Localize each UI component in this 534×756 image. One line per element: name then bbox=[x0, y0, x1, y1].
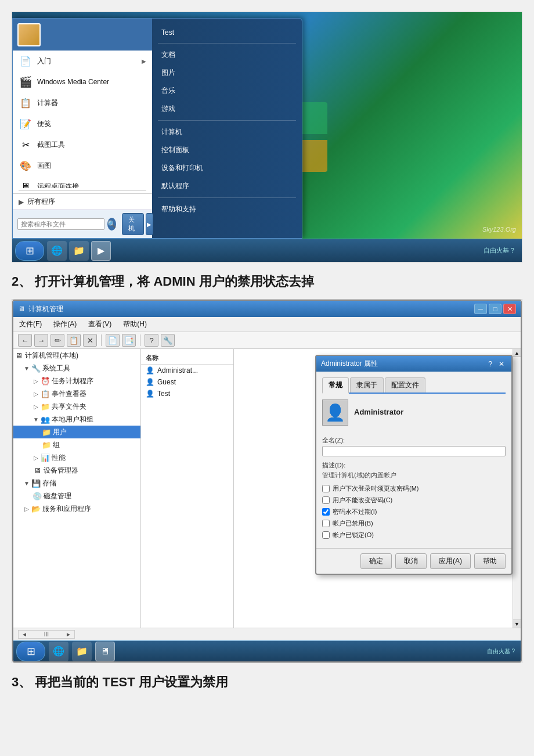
tb-help[interactable]: ? bbox=[145, 334, 158, 347]
snip-icon: ✂ bbox=[19, 138, 33, 152]
menu-item-paint[interactable]: 🎨 画图 bbox=[13, 155, 152, 176]
tb-edit[interactable]: ✏ bbox=[50, 334, 64, 347]
btn-help[interactable]: 帮助 bbox=[474, 553, 506, 569]
system-tools-expand[interactable]: ▼ bbox=[23, 364, 31, 372]
watermark: Sky123.Org bbox=[482, 226, 516, 233]
scroll-down-btn[interactable]: ▼ bbox=[513, 620, 521, 628]
middle-item-test[interactable]: 👤 Test bbox=[141, 388, 233, 399]
tree-device-mgr[interactable]: 🖥 设备管理器 bbox=[13, 464, 140, 477]
start-button[interactable]: ⊞ bbox=[15, 241, 44, 261]
tree-root[interactable]: 🖥 计算机管理(本地) bbox=[13, 349, 140, 362]
right-item-controlpanel[interactable]: 控制面板 bbox=[152, 141, 302, 159]
checkbox-cannot-change-pwd[interactable] bbox=[322, 496, 330, 504]
stor-expand[interactable]: ▼ bbox=[23, 479, 31, 487]
maximize-button[interactable]: □ bbox=[489, 304, 501, 314]
lu-expand[interactable]: ▼ bbox=[32, 415, 40, 423]
tree-users[interactable]: 📁 用户 bbox=[13, 426, 140, 438]
menu-action[interactable]: 操作(A) bbox=[50, 318, 80, 330]
right-item-devices[interactable]: 设备和打印机 bbox=[152, 159, 302, 177]
tree-event-viewer[interactable]: ▷ 📋 事件查看器 bbox=[13, 387, 140, 400]
btn-ok[interactable]: 确定 bbox=[360, 553, 392, 569]
status-scroll-bar[interactable]: ◄ III ► bbox=[18, 630, 75, 639]
right-item-help[interactable]: 帮助和支持 bbox=[152, 200, 302, 218]
tb-back[interactable]: ← bbox=[18, 334, 32, 347]
all-programs-item[interactable]: ▶ 所有程序 bbox=[13, 193, 152, 210]
taskbar-explorer-button[interactable]: 📁 bbox=[69, 241, 89, 261]
search-button[interactable]: 🔍 bbox=[107, 218, 116, 231]
right-item-music[interactable]: 音乐 bbox=[152, 82, 302, 100]
admin-icon: 👤 bbox=[146, 366, 154, 375]
menu-view[interactable]: 查看(V) bbox=[85, 318, 114, 330]
comp-mgmt-window: 🖥 计算机管理 ─ □ ✕ 文件(F) 操作(A) 查看(V) 帮助(H) ← … bbox=[12, 300, 522, 663]
checkbox-row-3: 帐户已禁用(B) bbox=[322, 519, 506, 528]
tab-member-of[interactable]: 隶属于 bbox=[350, 377, 384, 393]
checkbox-account-disabled[interactable] bbox=[322, 520, 330, 527]
menu-help[interactable]: 帮助(H) bbox=[120, 318, 150, 330]
status-bar: ◄ III ► bbox=[13, 628, 521, 640]
left-panel[interactable]: 🖥 计算机管理(本地) ▼ 🔧 系统工具 ▷ ⏰ 任务计划程序 bbox=[13, 349, 141, 628]
menu-item-rumen[interactable]: 📄 入门 ▶ bbox=[13, 51, 152, 71]
minimize-button[interactable]: ─ bbox=[474, 304, 487, 314]
right-item-games[interactable]: 游戏 bbox=[152, 100, 302, 118]
checkbox-must-change-pwd[interactable] bbox=[322, 485, 330, 492]
tb-forward[interactable]: → bbox=[34, 334, 48, 347]
perf-expand[interactable]: ▷ bbox=[32, 453, 40, 462]
menu-item-notes[interactable]: 📝 便笺 bbox=[13, 113, 152, 134]
tree-groups[interactable]: 📁 组 bbox=[13, 438, 140, 451]
search-input[interactable] bbox=[17, 218, 104, 230]
cm-taskbar-mgmt[interactable]: 🖥 bbox=[95, 642, 115, 661]
tb-delete[interactable]: ✕ bbox=[83, 334, 97, 347]
btn-apply[interactable]: 应用(A) bbox=[430, 553, 471, 569]
ev-expand[interactable]: ▷ bbox=[32, 390, 40, 398]
menu-file[interactable]: 文件(F) bbox=[16, 318, 45, 330]
middle-item-guest[interactable]: 👤 Guest bbox=[141, 376, 233, 388]
scroll-up-btn[interactable]: ▲ bbox=[513, 349, 521, 357]
checkbox-account-locked[interactable] bbox=[322, 531, 330, 539]
tab-profile[interactable]: 配置文件 bbox=[385, 377, 425, 393]
tree-services[interactable]: ▷ 📂 服务和应用程序 bbox=[13, 502, 140, 515]
tab-general[interactable]: 常规 bbox=[322, 377, 349, 394]
tb-settings[interactable]: 🔧 bbox=[161, 334, 175, 347]
right-scrollbar[interactable]: ▲ ▼ bbox=[513, 349, 521, 628]
tb-docs2[interactable]: 📑 bbox=[122, 334, 136, 347]
cm-start-button[interactable]: ⊞ bbox=[16, 642, 45, 661]
menu-item-wmc[interactable]: 🎬 Windows Media Center bbox=[13, 71, 152, 92]
right-item-docs[interactable]: 文档 bbox=[152, 46, 302, 64]
tree-task-scheduler[interactable]: ▷ ⏰ 任务计划程序 bbox=[13, 375, 140, 387]
right-item-defaults[interactable]: 默认程序 bbox=[152, 177, 302, 195]
scroll-left-btn[interactable]: ◄ bbox=[21, 631, 27, 638]
menu-item-calc[interactable]: 📋 计算器 bbox=[13, 92, 152, 113]
tree-local-users[interactable]: ▼ 👥 本地用户和组 bbox=[13, 413, 140, 426]
btn-cancel[interactable]: 取消 bbox=[395, 553, 427, 569]
right-item-test[interactable]: Test bbox=[152, 24, 302, 41]
tree-system-tools[interactable]: ▼ 🔧 系统工具 bbox=[13, 362, 140, 375]
tree-disk-mgmt[interactable]: 💿 磁盘管理 bbox=[13, 489, 140, 502]
stor-icon: 💾 bbox=[31, 478, 41, 488]
tree-performance[interactable]: ▷ 📊 性能 bbox=[13, 451, 140, 464]
tree-shared-folders[interactable]: ▷ 📁 共享文件夹 bbox=[13, 400, 140, 413]
menu-item-rdp[interactable]: 🖥 远程桌面连接 bbox=[13, 176, 152, 188]
menu-item-snip[interactable]: ✂ 截图工具 bbox=[13, 134, 152, 155]
close-button[interactable]: ✕ bbox=[503, 304, 516, 314]
right-item-pics[interactable]: 图片 bbox=[152, 64, 302, 82]
scroll-right-btn[interactable]: ► bbox=[66, 631, 71, 638]
middle-item-admin[interactable]: 👤 Administrat... bbox=[141, 365, 233, 376]
checkbox-pwd-never-expires[interactable] bbox=[322, 508, 330, 516]
dialog-close-icon[interactable]: ✕ bbox=[496, 360, 507, 368]
tb-copy[interactable]: 📋 bbox=[67, 334, 81, 347]
taskbar-media-button[interactable]: ▶ bbox=[91, 241, 111, 261]
taskbar-ie-button[interactable]: 🌐 bbox=[47, 241, 67, 261]
shutdown-button[interactable]: 关机 bbox=[122, 213, 144, 235]
tb-doc[interactable]: 📄 bbox=[106, 334, 120, 347]
right-item-computer[interactable]: 计算机 bbox=[152, 123, 302, 141]
cm-taskbar-explorer[interactable]: 📁 bbox=[72, 642, 92, 661]
sf-expand[interactable]: ▷ bbox=[32, 402, 40, 411]
tree-storage[interactable]: ▼ 💾 存储 bbox=[13, 477, 140, 489]
dialog-help-icon[interactable]: ? bbox=[486, 360, 495, 368]
ts-expand[interactable]: ▷ bbox=[32, 377, 40, 385]
svc-expand[interactable]: ▷ bbox=[23, 505, 31, 513]
description-label: 描述(D): bbox=[322, 461, 506, 470]
cm-taskbar-right-text: 自由火基 ? bbox=[487, 647, 515, 656]
fullname-input[interactable] bbox=[322, 446, 506, 456]
cm-taskbar-ie[interactable]: 🌐 bbox=[49, 642, 68, 661]
